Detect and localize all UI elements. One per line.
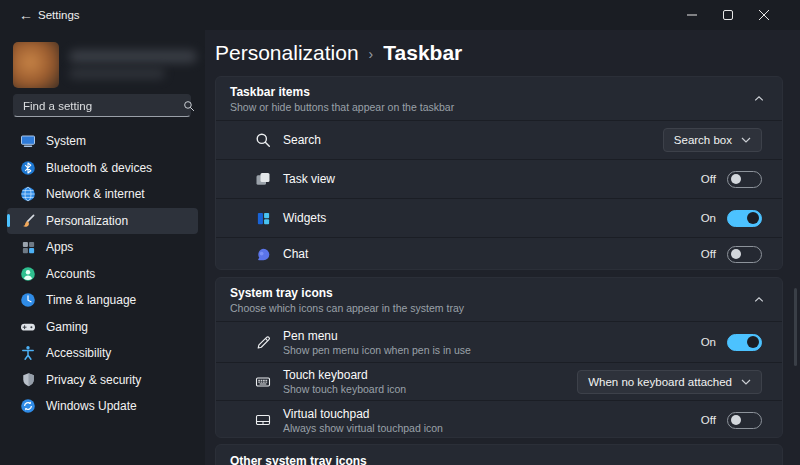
breadcrumb-chevron-icon: ›	[369, 46, 374, 62]
search-style-dropdown[interactable]: Search box	[663, 128, 762, 152]
sidebar-item-personalization[interactable]: Personalization	[7, 208, 198, 235]
user-profile[interactable]	[13, 42, 193, 90]
sidebar-item-label: Accounts	[46, 267, 95, 281]
setting-label: Task view	[283, 172, 701, 186]
shield-icon	[20, 372, 36, 388]
avatar	[13, 42, 59, 88]
system-tray-icons-header[interactable]: System tray icons Choose which icons can…	[216, 278, 782, 321]
maximize-button[interactable]	[710, 0, 746, 30]
dropdown-value: When no keyboard attached	[588, 376, 732, 388]
sidebar: System Bluetooth & devices Network & int…	[0, 30, 205, 465]
chat-icon	[254, 245, 272, 263]
widgets-toggle[interactable]	[727, 210, 762, 227]
dropdown-value: Search box	[674, 134, 732, 146]
personalization-icon	[20, 213, 36, 229]
task-view-row: Task view Off	[216, 159, 782, 198]
pen-menu-toggle[interactable]	[727, 334, 762, 351]
accessibility-icon	[20, 345, 36, 361]
breadcrumb-personalization[interactable]: Personalization	[215, 41, 359, 65]
taskbar-items-header[interactable]: Taskbar items Show or hide buttons that …	[216, 77, 782, 120]
back-button[interactable]: ←	[14, 4, 38, 26]
sidebar-item-label: System	[46, 134, 86, 148]
toggle-state-label: Off	[701, 414, 716, 426]
sidebar-item-label: Gaming	[46, 320, 88, 334]
touch-keyboard-icon	[254, 373, 272, 391]
toggle-state-label: On	[701, 212, 716, 224]
settings-window: ← Settings	[0, 0, 800, 465]
close-icon	[759, 10, 769, 20]
sidebar-nav: System Bluetooth & devices Network & int…	[7, 128, 198, 420]
network-icon	[20, 186, 36, 202]
sidebar-item-label: Personalization	[46, 214, 128, 228]
other-system-tray-icons-header[interactable]: Other system tray icons Show or hide add…	[216, 445, 782, 465]
task-view-toggle[interactable]	[727, 171, 762, 188]
section-title: System tray icons	[230, 286, 753, 300]
sidebar-item-apps[interactable]: Apps	[7, 234, 198, 261]
sidebar-item-privacy-security[interactable]: Privacy & security	[7, 367, 198, 394]
scrollbar[interactable]	[794, 288, 797, 366]
minimize-icon	[687, 10, 697, 20]
section-subtitle: Choose which icons can appear in the sys…	[230, 302, 753, 314]
sidebar-item-windows-update[interactable]: Windows Update	[7, 393, 198, 420]
sidebar-item-accounts[interactable]: Accounts	[7, 261, 198, 288]
window-title: Settings	[38, 9, 80, 21]
setting-label: Pen menu	[283, 329, 701, 343]
chat-row: Chat Off	[216, 237, 782, 270]
setting-description: Show touch keyboard icon	[283, 383, 577, 395]
sidebar-item-system[interactable]: System	[7, 128, 198, 155]
virtual-touchpad-toggle[interactable]	[727, 412, 762, 429]
setting-label: Widgets	[283, 211, 701, 225]
find-setting-searchbox[interactable]	[13, 94, 191, 117]
pen-icon	[254, 333, 272, 351]
chevron-down-icon	[741, 379, 751, 385]
chevron-down-icon	[741, 137, 751, 143]
sidebar-item-gaming[interactable]: Gaming	[7, 314, 198, 341]
search-icon	[254, 131, 272, 149]
bluetooth-icon	[20, 160, 36, 176]
user-name-blurred	[69, 50, 197, 63]
sidebar-item-bluetooth-devices[interactable]: Bluetooth & devices	[7, 155, 198, 182]
search-input[interactable]	[14, 100, 183, 112]
setting-description: Always show virtual touchpad icon	[283, 422, 701, 434]
windows-update-icon	[20, 398, 36, 414]
user-email-blurred	[69, 68, 165, 79]
titlebar: ← Settings	[0, 0, 800, 30]
toggle-state-label: Off	[701, 248, 716, 260]
sidebar-item-label: Accessibility	[46, 346, 111, 360]
pen-menu-row: Pen menu Show pen menu icon when pen is …	[216, 321, 782, 362]
setting-description: Show pen menu icon when pen is in use	[283, 344, 701, 356]
section-title: Taskbar items	[230, 85, 753, 99]
chevron-up-icon	[753, 93, 765, 105]
apps-icon	[20, 239, 36, 255]
virtual-touchpad-row: Virtual touchpad Always show virtual tou…	[216, 400, 782, 438]
touch-keyboard-row: Touch keyboard Show touch keyboard icon …	[216, 362, 782, 400]
time-language-icon	[20, 292, 36, 308]
sidebar-item-time-language[interactable]: Time & language	[7, 287, 198, 314]
chat-toggle[interactable]	[727, 246, 762, 263]
toggle-state-label: Off	[701, 173, 716, 185]
search-row: Search Search box	[216, 120, 782, 159]
back-arrow-icon: ←	[19, 7, 33, 23]
sidebar-item-network-internet[interactable]: Network & internet	[7, 181, 198, 208]
system-icon	[20, 133, 36, 149]
window-controls	[674, 0, 782, 30]
minimize-button[interactable]	[674, 0, 710, 30]
close-button[interactable]	[746, 0, 782, 30]
touch-keyboard-dropdown[interactable]: When no keyboard attached	[577, 370, 762, 394]
main-content: Personalization › Taskbar Taskbar items …	[205, 30, 800, 465]
setting-label: Touch keyboard	[283, 368, 577, 382]
widgets-row: Widgets On	[216, 198, 782, 237]
setting-label: Search	[283, 133, 663, 147]
sidebar-item-accessibility[interactable]: Accessibility	[7, 340, 198, 367]
sidebar-item-label: Network & internet	[46, 187, 145, 201]
setting-label: Virtual touchpad	[283, 407, 701, 421]
task-view-icon	[254, 170, 272, 188]
widgets-icon	[254, 209, 272, 227]
taskbar-items-card: Taskbar items Show or hide buttons that …	[215, 76, 783, 270]
accounts-icon	[20, 266, 36, 282]
touchpad-icon	[254, 411, 272, 429]
other-system-tray-icons-card: Other system tray icons Show or hide add…	[215, 444, 783, 465]
sidebar-item-label: Windows Update	[46, 399, 137, 413]
sidebar-item-label: Privacy & security	[46, 373, 141, 387]
section-title: Other system tray icons	[230, 454, 753, 465]
